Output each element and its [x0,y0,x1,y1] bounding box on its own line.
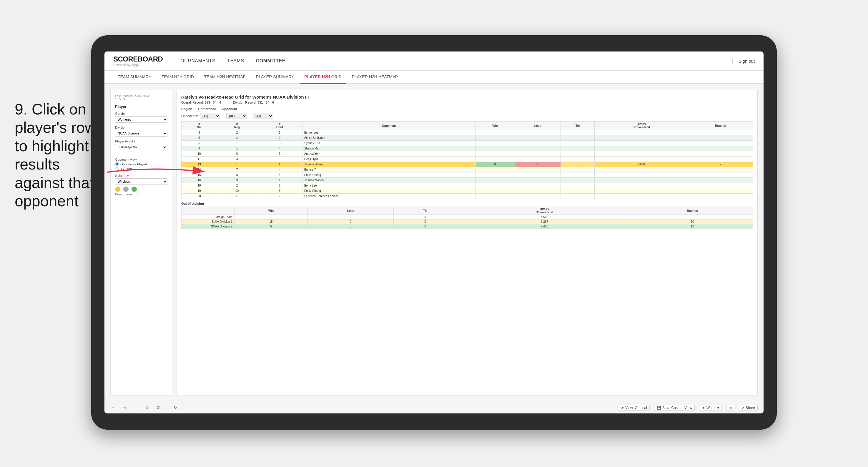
ood-table-row[interactable]: NAIA Division 115009.26730 [182,220,753,224]
sidebar: Last Updated: 27/03/2024 16:55:38 Player… [110,90,172,396]
table-row[interactable]: 613Sydney Kuo [182,141,753,146]
table-header-row: #Div #Reg #Conf Opponent Win Loss Tie Di… [182,122,753,130]
table-cell [595,141,688,146]
table-cell: Eunice Yi [302,167,475,173]
opponents-select[interactable]: (All) [200,113,220,119]
table-cell: 1 [257,162,303,167]
table-cell [595,157,688,162]
nav-teams[interactable]: TEAMS [227,57,244,65]
table-cell [688,141,753,146]
table-cell: 2 [217,130,257,135]
table-row[interactable]: 1063Andrea York [182,151,753,157]
ood-table-row[interactable]: Foreign Team1004.5002 [182,215,753,220]
toolbar-view-original[interactable]: 👁 View: Original [618,405,650,411]
sidebar-divider [115,154,167,154]
sub-nav-player-h2h-grid[interactable]: PLAYER H2H GRID [300,71,346,84]
table-row[interactable]: 113Heeji Hyun [182,157,753,162]
radio-opponents-played[interactable]: Opponents Played [115,162,167,166]
ood-cell: 0 [308,224,393,229]
sub-nav-team-h2h-grid[interactable]: TEAM H2H GRID [157,71,198,84]
toolbar-save-custom[interactable]: 💾 Save Custom View [654,405,695,411]
table-cell: 2 [257,183,303,188]
table-row[interactable]: 321Esther Lee [182,130,753,135]
sub-nav-team-summary[interactable]: TEAM SUMMARY [113,71,156,84]
filter-region-group: Region [181,107,192,111]
table-cell: 3 [217,157,257,162]
table-cell: 3 [257,141,303,146]
table-cell: 5 [257,173,303,178]
toolbar-copy[interactable]: ⧉ [145,405,151,411]
toolbar-undo[interactable]: ↩ [110,405,117,410]
nav-tournaments[interactable]: TOURNAMENTS [178,57,215,65]
table-cell [688,167,753,173]
table-cell: 7 [217,167,257,173]
toolbar-paste[interactable]: ⌘ [155,405,162,410]
table-cell [515,151,560,157]
table-cell [515,157,560,162]
table-row[interactable]: 1311Jessica Huang010-3.002 [182,162,753,167]
table-cell [595,167,688,173]
table-cell: 6 [182,141,217,146]
colour-labels: Down Level Up [115,193,167,196]
table-cell [595,130,688,135]
table-cell: 4 [257,167,303,173]
table-cell: 10 [182,151,217,157]
opponent-select[interactable]: (All) [253,113,273,119]
toolbar-share[interactable]: ↗ Share [739,405,758,411]
table-row[interactable]: 1691Jessica Mason [182,178,753,183]
table-row[interactable]: 1585Stella Cheng [182,173,753,178]
table-cell [688,178,753,183]
table-cell: Andrea York [302,151,475,157]
colour-by-select[interactable]: Win/loss [115,178,167,185]
ood-cell: 7.400 [457,224,632,229]
save-icon: 💾 [657,406,661,410]
table-cell: 1 [257,178,303,183]
ood-cell: NCAA Division 2 [182,224,235,229]
sidebar-player-rank-select[interactable]: 8. Katelyn Vo [115,144,167,150]
table-cell [257,157,303,162]
table-row[interactable]: 1474Eunice Yi [182,167,753,173]
ood-th-diff: Diff AvStrokes/Rnd [457,207,632,215]
ood-cell: 1 [235,215,308,220]
table-cell [688,151,753,157]
ood-th-name [182,207,235,215]
th-win: Win [475,122,515,130]
sidebar-gender-select[interactable]: Women's [115,116,167,123]
ood-table-row[interactable]: NCAA Division 25007.40010 [182,224,753,229]
table-cell [595,135,688,141]
sub-nav-player-h2h-heatmap[interactable]: PLAYER H2H HEATMAP [347,71,403,84]
table-cell: 9 [182,146,217,151]
toolbar-forward[interactable]: → [133,405,140,410]
table-cell [688,135,753,141]
conf-filter-group: (All) [226,113,247,119]
radio-top100[interactable]: Top 100 [115,167,167,171]
table-row[interactable]: 1822Euna Lee [182,183,753,188]
table-cell [561,130,595,135]
table-cell: Jessica Mason [302,178,475,183]
table-cell [561,141,595,146]
ood-cell: 9.267 [457,220,632,224]
sidebar-division-select[interactable]: NCAA Division III [115,130,167,136]
toolbar-refresh[interactable]: ↻ [172,405,179,410]
table-row[interactable]: 19106Emily Chang [182,188,753,194]
table-cell: Euna Lee [302,183,475,188]
nav-committee[interactable]: COMMITTEE [256,57,286,65]
nav-signout[interactable]: Sign out [732,59,755,64]
toolbar-watch[interactable]: 👁 Watch ▾ [699,405,722,411]
table-row[interactable]: 522Alexis Sudjianto [182,135,753,141]
sub-nav-team-h2h-heatmap[interactable]: TEAM H2H HEATMAP [200,71,250,84]
panel-title: Katelyn Vo Head-to-Head Grid for Women's… [181,94,753,99]
table-cell [595,178,688,183]
table-row[interactable]: 914Sharon Mun [182,146,753,151]
conference-select[interactable]: (All) [226,113,247,119]
table-row[interactable]: 20117Federica Domecq Lacroze [182,194,753,199]
th-diff: Diff AvStrokes/Rnd [595,122,688,130]
table-cell: 11 [182,157,217,162]
table-cell [515,194,560,199]
table-cell [475,141,515,146]
toolbar-redo[interactable]: ↪ [122,405,128,410]
table-cell [515,173,560,178]
sub-nav-player-summary[interactable]: PLAYER SUMMARY [252,71,298,84]
table-cell: 20 [182,194,217,199]
toolbar-layout[interactable]: ⊞ [726,405,735,411]
